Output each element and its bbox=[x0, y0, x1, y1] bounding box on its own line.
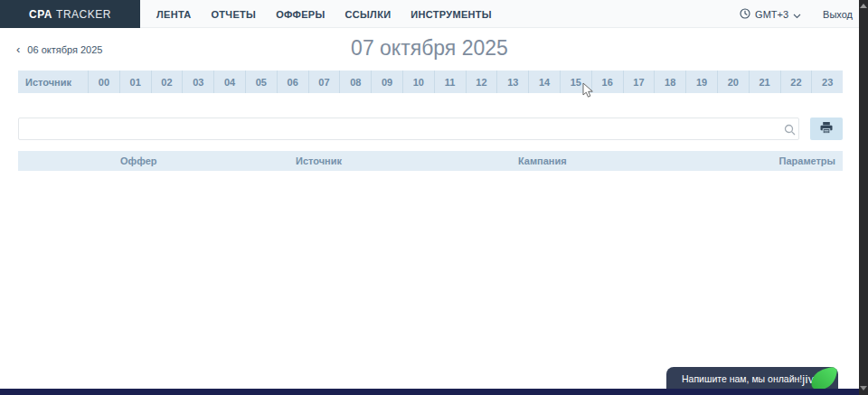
hour-cell: 19 bbox=[685, 71, 717, 93]
chat-widget[interactable]: Напишите нам, мы онлайн! jivo bbox=[666, 367, 838, 390]
hour-cell: 05 bbox=[245, 71, 277, 93]
main-menu-item[interactable]: ССЫЛКИ bbox=[345, 9, 392, 20]
hour-cell: 09 bbox=[371, 71, 402, 93]
hour-cell: 03 bbox=[182, 71, 213, 93]
hour-cell: 04 bbox=[213, 71, 245, 93]
search-icon bbox=[784, 123, 796, 135]
hour-cell: 06 bbox=[277, 71, 308, 93]
hour-header-cells: 0001020304050607080910111213141516171819… bbox=[88, 71, 843, 93]
hour-cell: 21 bbox=[749, 71, 780, 93]
hour-cell: 13 bbox=[496, 71, 528, 93]
scroll-up-arrow-icon[interactable] bbox=[860, 4, 867, 8]
stats-table-header: Оффер Источник Кампания Параметры bbox=[18, 151, 843, 171]
column-header-params: Параметры bbox=[750, 155, 843, 166]
navbar-right: GMT+3 Выход bbox=[740, 0, 853, 28]
vertical-scrollbar[interactable] bbox=[859, 0, 868, 395]
page: { "navbar": { "logo": { "bold": "CPA", "… bbox=[0, 0, 868, 395]
hour-cell: 16 bbox=[591, 71, 623, 93]
app-logo-bold: CPA bbox=[29, 8, 52, 21]
hour-cell: 11 bbox=[434, 71, 466, 93]
hour-cell: 23 bbox=[811, 71, 843, 93]
main-menu: ЛЕНТАОТЧЕТЫОФФЕРЫССЫЛКИИНСТРУМЕНТЫ bbox=[156, 0, 492, 28]
app-logo[interactable]: CPA TRACKER bbox=[0, 0, 140, 28]
main-menu-item[interactable]: ИНСТРУМЕНТЫ bbox=[410, 9, 492, 20]
print-icon bbox=[820, 122, 833, 136]
hour-cell: 18 bbox=[654, 71, 685, 93]
hour-cell: 07 bbox=[308, 71, 340, 93]
clock-icon bbox=[740, 6, 750, 23]
hour-cell: 14 bbox=[528, 71, 560, 93]
hour-cell: 22 bbox=[780, 71, 812, 93]
hour-header-source: Источник bbox=[18, 71, 88, 93]
hour-cell: 10 bbox=[402, 71, 434, 93]
hour-cell: 08 bbox=[339, 71, 371, 93]
hour-cell: 00 bbox=[88, 71, 119, 93]
scroll-down-arrow-icon[interactable] bbox=[860, 386, 867, 390]
search-input[interactable] bbox=[18, 118, 799, 140]
column-header-offer: Оффер bbox=[120, 155, 296, 166]
hour-cell: 15 bbox=[560, 71, 591, 93]
bottom-edge-bar bbox=[0, 389, 868, 395]
column-header-source: Источник bbox=[296, 155, 518, 166]
column-header-campaign: Кампания bbox=[518, 155, 750, 166]
timezone-label: GMT+3 bbox=[755, 9, 788, 20]
page-title: 07 октября 2025 bbox=[0, 36, 859, 61]
logout-link[interactable]: Выход bbox=[823, 9, 853, 20]
hour-header-row: Источник 0001020304050607080910111213141… bbox=[18, 71, 843, 93]
main-menu-item[interactable]: ЛЕНТА bbox=[156, 9, 191, 20]
hour-cell: 02 bbox=[151, 71, 183, 93]
hour-cell: 12 bbox=[466, 71, 497, 93]
top-navbar: CPA TRACKER ЛЕНТАОТЧЕТЫОФФЕРЫССЫЛКИИНСТР… bbox=[0, 0, 868, 28]
chat-message: Напишите нам, мы онлайн! bbox=[666, 373, 802, 384]
timezone-selector[interactable]: GMT+3 bbox=[740, 6, 801, 23]
main-menu-item[interactable]: ОТЧЕТЫ bbox=[211, 9, 256, 20]
chevron-down-icon bbox=[793, 6, 801, 23]
hour-cell: 20 bbox=[717, 71, 749, 93]
hour-cell: 01 bbox=[119, 71, 151, 93]
print-button[interactable] bbox=[810, 118, 843, 140]
hour-cell: 17 bbox=[623, 71, 655, 93]
leaf-icon bbox=[809, 367, 838, 390]
app-logo-rest: TRACKER bbox=[56, 8, 111, 21]
main-menu-item[interactable]: ОФФЕРЫ bbox=[276, 9, 325, 20]
